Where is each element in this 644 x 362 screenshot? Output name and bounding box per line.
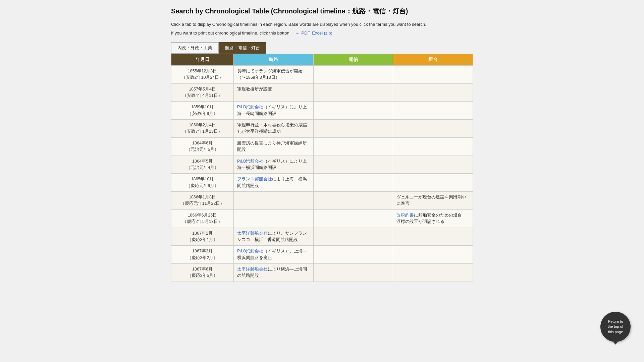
cell-lighthouse: ヴェルニーが燈台の建設を柴田剛中に進言 (393, 192, 473, 210)
cell-route: 軍艦奉行並・木村喜毅ら搭乗の咸臨丸が太平洋横断に成功 (234, 120, 314, 138)
cell-route: フランス郵船会社により上海—横浜間航路開設 (234, 174, 314, 192)
route-link[interactable]: P&O汽船会社 (237, 105, 263, 109)
cell-date: 1867年3月（慶応3年2月） (171, 246, 234, 264)
cell-route: P&O汽船会社（イギリス）により上海—長崎間航路開設 (234, 102, 314, 120)
table-row: 1864年6月（元治元年5月）勝安房の提言により神戸海軍操練所開設 (171, 137, 473, 156)
pdf-link[interactable]: PDF (301, 31, 310, 36)
cell-telegraph (313, 120, 393, 138)
cell-date: 1866年1月8日（慶応元年11月22日） (171, 192, 234, 210)
cell-lighthouse: 改税約書に船舶安全のための燈台・浮標の設置が明記される (393, 209, 473, 228)
cell-route: P&O汽船会社（イギリス）、上海—横浜間航路を廃止 (234, 246, 314, 264)
route-link[interactable]: 太平洋郵船会社 (237, 231, 268, 236)
cell-lighthouse (393, 264, 473, 282)
cell-telegraph (313, 137, 393, 156)
cell-date: 1860年2月4日（安政7年1月13日） (171, 120, 234, 138)
th-telegraph: 電信 (313, 54, 393, 65)
table-row: 1867年6月（慶応3年5月）太平洋郵船会社により横浜—上海間の航路開設 (171, 264, 473, 282)
cell-telegraph (313, 174, 393, 192)
route-link[interactable]: P&O汽船会社 (237, 249, 263, 253)
cell-date: 1867年2月（慶応3年1月） (171, 228, 234, 246)
tab-row: 内政・外政・工業 航路・電信・灯台 (171, 42, 473, 54)
cell-lighthouse (393, 65, 473, 83)
cell-date: 1865年10月（慶応元年9月） (171, 174, 234, 192)
description-links: If you want to print out chronological t… (171, 30, 473, 36)
cell-telegraph (313, 246, 393, 264)
th-lighthouse: 燈台 (393, 54, 473, 65)
table-row: 1864年5月（元治元年4月）P&O汽船会社（イギリス）により上海—横浜間航路開… (171, 156, 473, 174)
cell-telegraph (313, 102, 393, 120)
cell-route: 長崎にてオランダ海軍伝習が開始 （〜1859年3月13日） (234, 65, 314, 83)
tab-koro[interactable]: 航路・電信・灯台 (219, 42, 266, 54)
cell-lighthouse (393, 120, 473, 138)
page-title: Search by Chronological Table (Chronolog… (171, 7, 473, 16)
table-row: 1860年2月4日（安政7年1月13日）軍艦奉行並・木村喜毅ら搭乗の咸臨丸が太平… (171, 120, 473, 138)
cell-route: P&O汽船会社（イギリス）により上海—横浜間航路開設 (234, 156, 314, 174)
excel-link[interactable]: Excel (zip) (312, 31, 332, 36)
table-row: 1855年12月3日（安政2年10月24日）長崎にてオランダ海軍伝習が開始 （〜… (171, 65, 473, 83)
cell-telegraph (313, 65, 393, 83)
cell-telegraph (313, 156, 393, 174)
cell-lighthouse (393, 102, 473, 120)
cell-date: 1866年6月25日（慶応2年5月13日） (171, 209, 234, 228)
cell-date: 1855年12月3日（安政2年10月24日） (171, 65, 234, 83)
cell-route: 勝安房の提言により神戸海軍操練所開設 (234, 137, 314, 156)
cell-date: 1867年6月（慶応3年5月） (171, 264, 234, 282)
table-row: 1865年10月（慶応元年9月）フランス郵船会社により上海—横浜間航路開設 (171, 174, 473, 192)
cell-route: 太平洋郵船会社により横浜—上海間の航路開設 (234, 264, 314, 282)
cell-telegraph (313, 264, 393, 282)
cell-lighthouse (393, 174, 473, 192)
cell-route (234, 209, 314, 228)
cell-lighthouse (393, 156, 473, 174)
chronological-table: 年月日 航路 電信 燈台 1855年12月3日（安政2年10月24日）長崎にてオ… (171, 54, 473, 282)
cell-telegraph (313, 192, 393, 210)
table-row: 1859年10月（安政6年9月）P&O汽船会社（イギリス）により上海—長崎間航路… (171, 102, 473, 120)
table-row: 1857年5月4日（安政4年4月11日）軍艦教授所が設置 (171, 83, 473, 102)
cell-telegraph (313, 228, 393, 246)
table-header-row: 年月日 航路 電信 燈台 (171, 54, 473, 65)
tab-naisei[interactable]: 内政・外政・工業 (171, 42, 219, 54)
cell-date: 1859年10月（安政6年9月） (171, 102, 234, 120)
cell-route: 軍艦教授所が設置 (234, 83, 314, 102)
table-row: 1867年2月（慶応3年1月）太平洋郵船会社により、サンフランシスコ—横浜—香港… (171, 228, 473, 246)
lighthouse-link[interactable]: 改税約書 (396, 213, 414, 218)
cell-lighthouse (393, 137, 473, 156)
cell-route: 太平洋郵船会社により、サンフランシスコ—横浜—香港間航路開設 (234, 228, 314, 246)
route-link[interactable]: P&O汽船会社 (237, 159, 263, 164)
route-link[interactable]: フランス郵船会社 (237, 177, 272, 181)
cell-lighthouse (393, 83, 473, 102)
cell-date: 1857年5月4日（安政4年4月11日） (171, 83, 234, 102)
cell-lighthouse (393, 228, 473, 246)
table-row: 1866年6月25日（慶応2年5月13日）改税約書に船舶安全のための燈台・浮標の… (171, 209, 473, 228)
th-route: 航路 (234, 54, 314, 65)
description-line2: If you want to print out chronological t… (171, 30, 299, 36)
route-link[interactable]: 太平洋郵船会社 (237, 267, 268, 272)
table-row: 1867年3月（慶応3年2月）P&O汽船会社（イギリス）、上海—横浜間航路を廃止 (171, 246, 473, 264)
cell-telegraph (313, 83, 393, 102)
th-date: 年月日 (171, 54, 234, 65)
cell-lighthouse (393, 246, 473, 264)
cell-telegraph (313, 209, 393, 228)
cell-route (234, 192, 314, 210)
cell-date: 1864年6月（元治元年5月） (171, 137, 234, 156)
cell-date: 1864年5月（元治元年4月） (171, 156, 234, 174)
table-row: 1866年1月8日（慶応元年11月22日）ヴェルニーが燈台の建設を柴田剛中に進言 (171, 192, 473, 210)
page-wrapper: Search by Chronological Table (Chronolog… (161, 0, 483, 302)
description-line1: Click a tab to display Chronological tim… (171, 21, 473, 28)
